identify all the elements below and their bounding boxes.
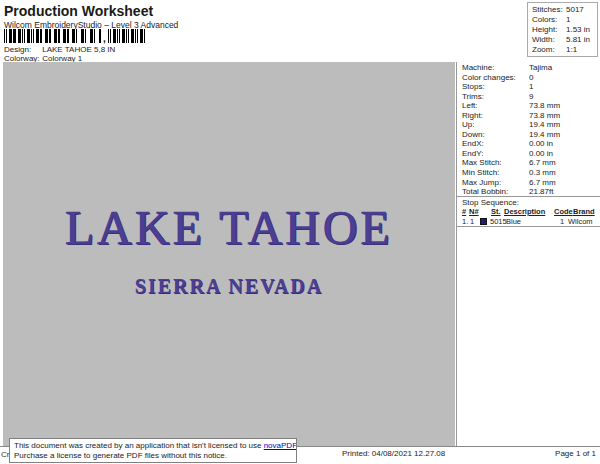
- trims-value: 9: [529, 92, 533, 102]
- col-n: N#: [469, 207, 479, 216]
- barcode-segment-2-icon: [108, 29, 145, 43]
- notice-line1: This document was created by an applicat…: [14, 441, 296, 451]
- notice-line2: Purchase a license to generate PDF files…: [14, 451, 296, 461]
- stop-sequence-title: Stop Sequence:: [462, 198, 519, 207]
- stop-row-code: 1: [560, 217, 564, 226]
- design-value: LAKE TAHOE 5,8 IN: [42, 45, 115, 54]
- machine-row: Min Stitch:0.3 mm: [462, 168, 598, 178]
- design-preview-canvas: LAKE TAHOE SIERRA NEVADA: [3, 62, 455, 446]
- machine-row: Max Stitch:6.7 mm: [462, 158, 598, 168]
- summary-row-stitches: Stitches: 5017: [532, 5, 597, 15]
- right-label: Right:: [462, 111, 529, 121]
- height-label: Height:: [532, 25, 566, 35]
- machine-row: Up:19.4 mm: [462, 120, 598, 130]
- notice-line1-period: .: [296, 441, 297, 450]
- col-num: #: [462, 207, 466, 216]
- height-value: 1.53 in: [566, 25, 590, 35]
- machine-value: Tajima: [529, 63, 552, 73]
- up-value: 19.4 mm: [529, 120, 560, 130]
- endy-value: 0.00 in: [529, 149, 553, 159]
- stop-row-n: 1: [470, 217, 474, 226]
- embroidery-text-line2: SIERRA NEVADA: [3, 276, 455, 296]
- endy-label: EndY:: [462, 149, 529, 159]
- printed-timestamp: Printed: 04/08/2021 12.27.08: [342, 449, 445, 458]
- machine-label: Machine:: [462, 63, 529, 73]
- stitches-label: Stitches:: [532, 5, 566, 15]
- down-value: 19.4 mm: [529, 130, 560, 140]
- page-title: Production Worksheet: [4, 3, 153, 19]
- col-description: Description: [504, 207, 545, 216]
- left-value: 73.8 mm: [529, 101, 560, 111]
- max-jump-label: Max Jump:: [462, 178, 529, 188]
- machine-row: Down:19.4 mm: [462, 130, 598, 140]
- barcode: ,: [4, 29, 145, 43]
- divider: [457, 226, 600, 227]
- machine-row: Machine:Tajima: [462, 63, 598, 73]
- width-value: 5.81 in: [566, 35, 590, 45]
- machine-row: Left:73.8 mm: [462, 101, 598, 111]
- design-label: Design:: [4, 45, 40, 54]
- width-label: Width:: [532, 35, 566, 45]
- endx-value: 0.00 in: [529, 139, 553, 149]
- divider: [457, 196, 600, 197]
- stop-row-brand: Wilcom: [568, 217, 593, 226]
- max-stitch-label: Max Stitch:: [462, 158, 529, 168]
- embroidery-text-line1: LAKE TAHOE: [3, 204, 455, 252]
- left-label: Left:: [462, 101, 529, 111]
- production-worksheet-page: Production Worksheet Wilcom EmbroiderySt…: [0, 0, 600, 464]
- trims-label: Trims:: [462, 92, 529, 102]
- stitches-value: 5017: [566, 5, 584, 15]
- machine-row: Max Jump:6.7 mm: [462, 178, 598, 188]
- stops-value: 1: [529, 82, 533, 92]
- novapdf-link[interactable]: novaPDF: [264, 441, 296, 450]
- machine-row: Trims:9: [462, 92, 598, 102]
- colors-value: 1: [566, 15, 570, 25]
- max-stitch-value: 6.7 mm: [529, 158, 556, 168]
- stop-sequence-table: # N# St. Description Code Brand 1. 1 501…: [457, 207, 600, 227]
- machine-info-panel: Machine:Tajima Color changes:0 Stops:1 T…: [456, 62, 600, 446]
- summary-row-colors: Colors: 1: [532, 15, 597, 25]
- machine-row: Color changes:0: [462, 73, 598, 83]
- col-st: St.: [491, 207, 501, 216]
- stop-row-num: 1.: [462, 217, 468, 226]
- endx-label: EndX:: [462, 139, 529, 149]
- machine-row: EndX:0.00 in: [462, 139, 598, 149]
- stop-row-description: Blue: [506, 217, 521, 226]
- max-jump-value: 6.7 mm: [529, 178, 556, 188]
- machine-row: Stops:1: [462, 82, 598, 92]
- zoom-value: 1:1: [566, 45, 577, 55]
- machine-stats-list: Machine:Tajima Color changes:0 Stops:1 T…: [462, 63, 598, 197]
- colors-label: Colors:: [532, 15, 566, 25]
- barcode-comma: ,: [103, 35, 106, 43]
- color-changes-value: 0: [529, 73, 533, 83]
- down-label: Down:: [462, 130, 529, 140]
- summary-row-zoom: Zoom: 1:1: [532, 45, 597, 55]
- right-value: 73.8 mm: [529, 111, 560, 121]
- stops-label: Stops:: [462, 82, 529, 92]
- design-summary-box: Stitches: 5017 Colors: 1 Height: 1.53 in…: [527, 2, 598, 57]
- design-row: Design: LAKE TAHOE 5,8 IN: [4, 45, 115, 54]
- col-code: Code: [554, 207, 573, 216]
- machine-row: Right:73.8 mm: [462, 111, 598, 121]
- summary-row-width: Width: 5.81 in: [532, 35, 597, 45]
- page-number: Page 1 of 1: [555, 449, 596, 458]
- notice-line1-text: This document was created by an applicat…: [14, 441, 264, 450]
- thread-color-swatch: [480, 218, 487, 225]
- barcode-segment-1-icon: [4, 29, 101, 43]
- novapdf-notice-box: This document was created by an applicat…: [9, 438, 297, 463]
- min-stitch-value: 0.3 mm: [529, 168, 556, 178]
- stop-row-st: 5015: [490, 217, 507, 226]
- zoom-label: Zoom:: [532, 45, 566, 55]
- machine-row: EndY:0.00 in: [462, 149, 598, 159]
- summary-row-height: Height: 1.53 in: [532, 25, 597, 35]
- up-label: Up:: [462, 120, 529, 130]
- color-changes-label: Color changes:: [462, 73, 529, 83]
- col-brand: Brand: [573, 207, 595, 216]
- min-stitch-label: Min Stitch:: [462, 168, 529, 178]
